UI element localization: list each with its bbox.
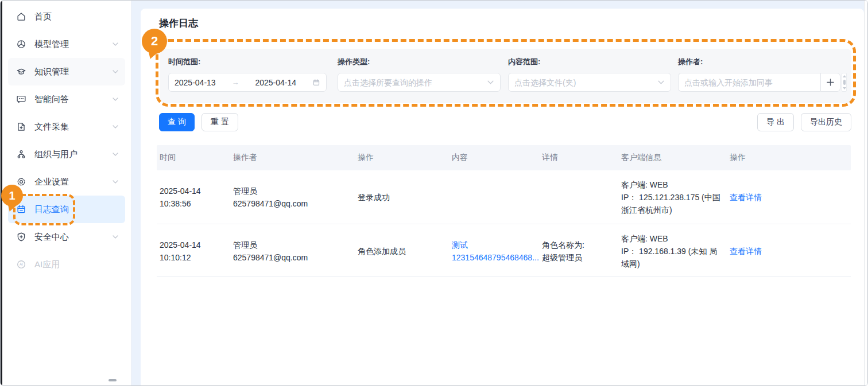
filter-content-scope: 内容范围: xyxy=(508,57,671,92)
sidebar-item-label: 企业设置 xyxy=(34,177,113,188)
export-history-button[interactable]: 导出历史 xyxy=(801,113,851,131)
chevron-down-icon xyxy=(113,125,118,128)
cell-action: 查看详情 xyxy=(727,183,851,212)
operation-log-card: 操作日志 时间范围: 2025-04-13 → 2025-04-14 操作 xyxy=(141,9,864,385)
ai-icon: AI xyxy=(16,259,26,270)
file-collect-icon xyxy=(16,122,26,132)
sidebar-item-label: 日志查询 xyxy=(34,204,118,215)
chevron-down-icon xyxy=(487,80,494,84)
chevron-down-icon xyxy=(113,153,118,156)
qa-icon xyxy=(16,94,26,104)
table-row: 2025-04-14 10:10:12 管理员 625798471@qq.com… xyxy=(157,224,851,277)
col-header-operation: 操作 xyxy=(355,153,449,163)
col-header-content: 内容 xyxy=(449,153,539,163)
content-scope-select[interactable] xyxy=(508,73,671,92)
cell-operation: 角色添加成员 xyxy=(355,237,449,266)
sidebar-scrollbar-handle[interactable] xyxy=(108,379,117,381)
content-link[interactable]: 测试 xyxy=(452,239,533,251)
content-link[interactable]: 123154648795468468... xyxy=(452,251,533,264)
operation-log-table: 时间 操作者 操作 内容 详情 客户端信息 操作 2025-04-14 10:3… xyxy=(157,145,851,277)
sidebar-item-file-collection[interactable]: 文件采集 xyxy=(8,113,125,141)
cell-client-info: 客户端: WEB IP： 125.121.238.175 (中国 浙江省杭州市) xyxy=(618,170,727,224)
date-end-value[interactable]: 2025-04-14 xyxy=(255,78,296,87)
view-detail-link[interactable]: 查看详情 xyxy=(730,193,762,202)
operator-label: 操作者: xyxy=(678,57,847,67)
chevron-down-icon xyxy=(113,98,118,101)
org-users-icon xyxy=(16,149,26,159)
export-button[interactable]: 导 出 xyxy=(757,113,794,131)
gear-icon xyxy=(16,177,26,187)
cell-time: 2025-04-14 10:10:12 xyxy=(157,231,230,272)
page-title: 操作日志 xyxy=(159,17,198,30)
col-header-operator: 操作者 xyxy=(230,153,355,163)
svg-text:AI: AI xyxy=(20,262,23,266)
sidebar-item-label: 组织与用户 xyxy=(34,149,113,160)
reset-button[interactable]: 重 置 xyxy=(202,113,238,131)
operator-input[interactable] xyxy=(684,78,815,87)
table-row: 2025-04-14 10:38:56 管理员 625798471@qq.com… xyxy=(157,170,851,224)
model-icon xyxy=(16,39,26,49)
operator-mini-scrollbar[interactable] xyxy=(842,73,847,92)
operator-input-box[interactable] xyxy=(678,73,820,92)
cell-detail: 角色名称为: 超级管理员 xyxy=(539,231,618,272)
sidebar-item-label: 模型管理 xyxy=(34,39,113,50)
cell-client-info: 客户端: WEB IP： 192.168.1.39 (未知 局域网) xyxy=(618,224,727,278)
main-scrollbar-track[interactable] xyxy=(864,1,868,385)
col-header-client-info: 客户端信息 xyxy=(618,153,727,163)
log-calendar-icon xyxy=(16,204,26,215)
add-operator-button[interactable] xyxy=(820,73,840,92)
main-content: 操作日志 时间范围: 2025-04-13 → 2025-04-14 操作 xyxy=(131,1,868,385)
sidebar-item-knowledge-management[interactable]: 知识管理 xyxy=(8,58,125,85)
cell-operation: 登录成功 xyxy=(355,183,449,212)
content-scope-input[interactable] xyxy=(514,78,658,87)
sidebar-item-org-users[interactable]: 组织与用户 xyxy=(8,141,125,168)
cell-detail xyxy=(539,189,618,205)
sidebar-item-label: 首页 xyxy=(34,11,118,22)
chevron-down-icon xyxy=(113,70,118,73)
cell-operator: 管理员 625798471@qq.com xyxy=(230,177,355,218)
sidebar-item-ai-apps[interactable]: AI AI应用 xyxy=(8,251,125,278)
app-window: 首页 模型管理 知识管理 智能问答 xyxy=(0,0,868,386)
sidebar-item-log-query[interactable]: 日志查询 xyxy=(8,196,125,223)
stepper-up-icon[interactable] xyxy=(843,75,846,77)
home-icon xyxy=(16,11,26,22)
stepper-down-icon[interactable] xyxy=(843,87,846,89)
col-header-detail: 详情 xyxy=(539,153,618,163)
cell-content: 测试 123154648795468468... xyxy=(449,231,539,272)
sidebar-item-model-management[interactable]: 模型管理 xyxy=(8,30,125,58)
sidebar-item-label: 知识管理 xyxy=(34,67,113,77)
sidebar-item-label: 智能问答 xyxy=(34,94,113,105)
cell-action: 查看详情 xyxy=(727,237,851,266)
sidebar: 首页 模型管理 知识管理 智能问答 xyxy=(2,1,131,385)
sidebar-item-label: 安全中心 xyxy=(34,232,113,243)
cell-content xyxy=(449,189,539,205)
sidebar-item-security-center[interactable]: 安全中心 xyxy=(8,223,125,251)
date-start-value[interactable]: 2025-04-13 xyxy=(175,78,216,87)
filter-operation-type: 操作类型: xyxy=(338,57,501,92)
col-header-time: 时间 xyxy=(157,153,230,163)
time-range-label: 时间范围: xyxy=(168,57,327,67)
cell-time: 2025-04-14 10:38:56 xyxy=(157,177,230,218)
filter-panel: 时间范围: 2025-04-13 → 2025-04-14 操作类型: xyxy=(160,49,851,103)
operation-type-input[interactable] xyxy=(344,78,487,87)
plus-icon xyxy=(827,79,834,86)
table-header-row: 时间 操作者 操作 内容 详情 客户端信息 操作 xyxy=(157,145,851,170)
chevron-down-icon xyxy=(658,80,665,84)
shield-icon xyxy=(16,232,26,242)
chevron-down-icon xyxy=(113,42,118,46)
sidebar-item-home[interactable]: 首页 xyxy=(8,3,125,30)
date-range-input[interactable]: 2025-04-13 → 2025-04-14 xyxy=(168,73,327,92)
view-detail-link[interactable]: 查看详情 xyxy=(730,247,762,256)
sidebar-item-label: AI应用 xyxy=(34,259,118,270)
operation-type-select[interactable] xyxy=(338,73,501,92)
date-range-arrow-icon: → xyxy=(232,78,239,87)
sidebar-item-enterprise-settings[interactable]: 企业设置 xyxy=(8,168,125,196)
chevron-down-icon xyxy=(113,180,118,184)
query-button[interactable]: 查 询 xyxy=(159,113,195,131)
filter-operator: 操作者: xyxy=(678,57,847,92)
chevron-down-icon xyxy=(113,235,118,239)
stepper-thumb[interactable] xyxy=(843,80,846,85)
filter-time-range: 时间范围: 2025-04-13 → 2025-04-14 xyxy=(168,57,327,92)
col-header-action: 操作 xyxy=(727,153,851,163)
sidebar-item-smart-qa[interactable]: 智能问答 xyxy=(8,85,125,113)
